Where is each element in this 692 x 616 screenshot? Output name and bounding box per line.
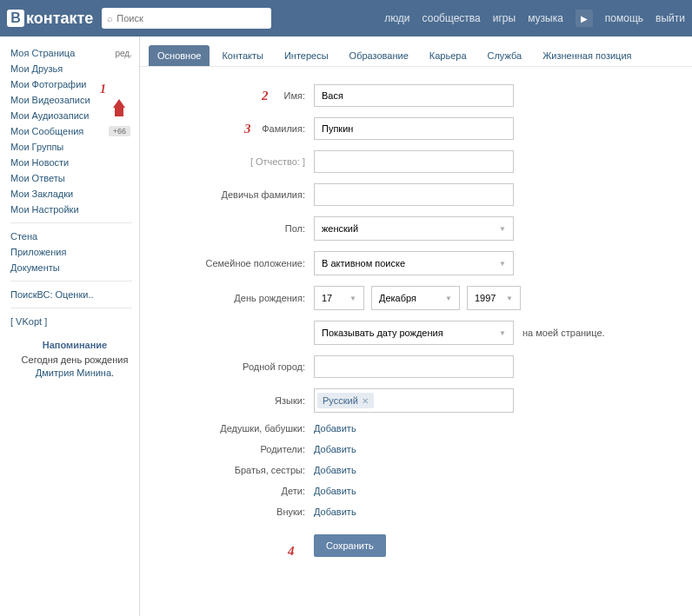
- sidebar-item-photos[interactable]: Мои Фотографии: [10, 76, 139, 92]
- tab-career[interactable]: Карьера: [421, 45, 476, 66]
- top-nav: люди сообщества игры музыка ▶ помощь вый…: [384, 10, 685, 27]
- sidebar-item-messages[interactable]: Мои Сообщения +66: [10, 123, 139, 139]
- hometown-input[interactable]: [314, 355, 514, 378]
- annotation-4: 4: [288, 544, 295, 559]
- reminder-title: Напоминание: [17, 340, 132, 350]
- nav-help[interactable]: помощь: [605, 12, 643, 24]
- annotation-3: 3: [244, 122, 251, 136]
- maiden-input[interactable]: [314, 183, 514, 206]
- tab-education[interactable]: Образование: [341, 45, 417, 66]
- chevron-down-icon: ▼: [499, 260, 506, 268]
- reminder-link[interactable]: Дмитрия Минина: [36, 368, 111, 378]
- surname-label: 3 Фамилия:: [157, 123, 314, 134]
- annotation-1: 1: [100, 83, 106, 96]
- sidebar-item-searchvs[interactable]: ПоискВС: Оценки..: [10, 287, 139, 302]
- save-button[interactable]: Сохранить: [314, 534, 386, 557]
- main-content: Основное Контакты Интересы Образование К…: [139, 36, 692, 616]
- tab-contacts[interactable]: Контакты: [213, 45, 272, 66]
- languages-label: Языки:: [157, 395, 314, 406]
- name-input[interactable]: [314, 84, 514, 107]
- tab-main[interactable]: Основное: [149, 45, 210, 66]
- hometown-label: Родной город:: [157, 361, 314, 372]
- sidebar-item-docs[interactable]: Документы: [10, 260, 139, 275]
- edit-link[interactable]: ред.: [115, 49, 132, 58]
- sidebar-item-settings[interactable]: Мои Настройки: [10, 202, 139, 217]
- marital-select[interactable]: В активном поиске▼: [314, 251, 514, 275]
- nav-communities[interactable]: сообщества: [423, 12, 481, 24]
- grandparents-label: Дедушки, бабушки:: [157, 423, 314, 434]
- marital-label: Семейное положение:: [157, 258, 314, 268]
- sidebar-item-wall[interactable]: Стена: [10, 229, 139, 244]
- edit-form: 2 Имя: 3 Фамилия: [ Отчество: ] Девичья …: [140, 67, 692, 583]
- nav-logout[interactable]: выйти: [655, 12, 685, 24]
- search-input[interactable]: [116, 13, 266, 23]
- divider: [10, 281, 132, 282]
- add-siblings-link[interactable]: Добавить: [314, 465, 356, 475]
- chevron-down-icon: ▼: [349, 295, 356, 302]
- gender-select[interactable]: женский▼: [314, 216, 514, 241]
- add-children-link[interactable]: Добавить: [314, 486, 356, 496]
- play-button[interactable]: ▶: [576, 10, 593, 27]
- divider: [10, 222, 132, 223]
- sidebar-item-friends[interactable]: Мои Друзья: [10, 61, 139, 76]
- maiden-label: Девичья фамилия:: [157, 189, 314, 200]
- language-tag: Русский ✕: [317, 393, 374, 408]
- bday-after-text: на моей странице.: [522, 328, 605, 338]
- tab-military[interactable]: Служба: [479, 45, 531, 66]
- chevron-down-icon: ▼: [499, 329, 506, 337]
- search-icon: ⌕: [107, 13, 113, 23]
- children-label: Дети:: [157, 486, 314, 496]
- search-box[interactable]: ⌕: [102, 8, 271, 29]
- bday-month-select[interactable]: Декабря▼: [371, 286, 460, 310]
- tabs: Основное Контакты Интересы Образование К…: [140, 36, 692, 67]
- bday-visibility-select[interactable]: Показывать дату рождения▼: [314, 321, 514, 345]
- sidebar-item-groups[interactable]: Мои Группы: [10, 139, 139, 155]
- siblings-label: Братья, сестры:: [157, 465, 314, 475]
- bday-day-select[interactable]: 17▼: [314, 286, 364, 310]
- sidebar-item-vkopt[interactable]: [ VKopt ]: [10, 314, 139, 329]
- add-grandparents-link[interactable]: Добавить: [314, 423, 356, 434]
- nav-games[interactable]: игры: [493, 12, 516, 24]
- sidebar: Моя Страница ред. Мои Друзья Мои Фотогра…: [0, 36, 139, 616]
- name-label: 2 Имя:: [157, 90, 314, 101]
- divider: [10, 308, 132, 308]
- logo[interactable]: В контакте: [7, 10, 93, 28]
- add-parents-link[interactable]: Добавить: [314, 444, 356, 454]
- tab-interests[interactable]: Интересы: [276, 45, 337, 66]
- tab-life[interactable]: Жизненная позиция: [534, 45, 640, 66]
- sidebar-item-mypage[interactable]: Моя Страница ред.: [10, 45, 139, 61]
- sidebar-item-news[interactable]: Мои Новости: [10, 155, 139, 170]
- patronymic-label[interactable]: [ Отчество: ]: [157, 156, 314, 167]
- annotation-2: 2: [262, 89, 269, 103]
- logo-text: контакте: [26, 10, 93, 28]
- remove-tag-icon[interactable]: ✕: [362, 396, 369, 406]
- reminder-text: Сегодня день рождения Дмитрия Минина.: [17, 354, 132, 381]
- reminder-box: Напоминание Сегодня день рождения Дмитри…: [10, 340, 139, 381]
- sidebar-item-bookmarks[interactable]: Мои Закладки: [10, 186, 139, 202]
- header: В контакте ⌕ люди сообщества игры музыка…: [0, 0, 692, 36]
- bday-year-select[interactable]: 1997▼: [467, 286, 521, 310]
- parents-label: Родители:: [157, 444, 314, 454]
- messages-badge: +66: [109, 126, 130, 136]
- birthday-label: День рождения:: [157, 293, 314, 303]
- chevron-down-icon: ▼: [506, 295, 513, 302]
- logo-icon: В: [7, 10, 24, 27]
- nav-music[interactable]: музыка: [528, 12, 563, 24]
- nav-people[interactable]: люди: [384, 12, 409, 24]
- chevron-down-icon: ▼: [499, 225, 506, 233]
- sidebar-item-answers[interactable]: Мои Ответы: [10, 170, 139, 186]
- surname-input[interactable]: [314, 117, 514, 140]
- grandchildren-label: Внуки:: [157, 507, 314, 517]
- chevron-down-icon: ▼: [445, 295, 452, 302]
- annotation-arrow-icon: [113, 97, 125, 116]
- gender-label: Пол:: [157, 223, 314, 234]
- patronymic-input[interactable]: [314, 150, 514, 173]
- add-grandchildren-link[interactable]: Добавить: [314, 507, 356, 517]
- languages-input[interactable]: Русский ✕: [314, 388, 514, 413]
- sidebar-item-apps[interactable]: Приложения: [10, 244, 139, 260]
